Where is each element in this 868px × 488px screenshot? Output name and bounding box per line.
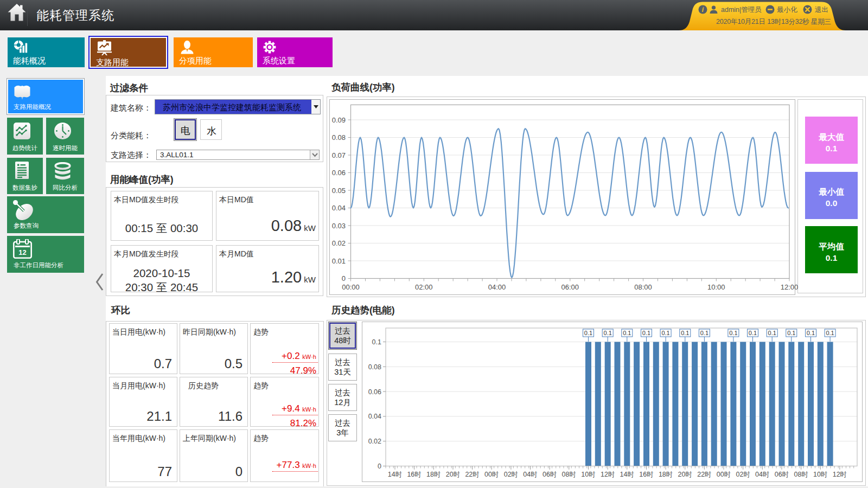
svg-text:12: 12 — [18, 248, 26, 256]
